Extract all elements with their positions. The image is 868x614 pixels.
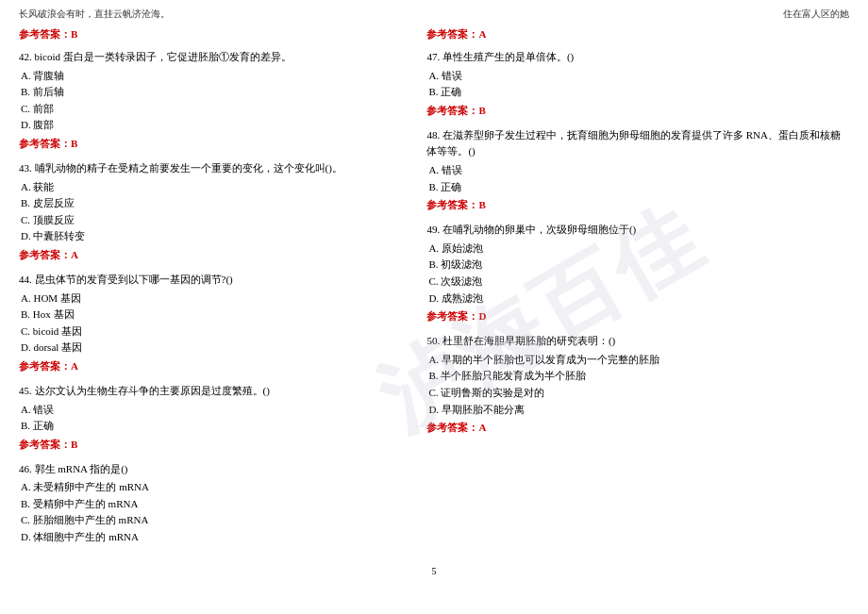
q43-opt-b: B. 皮层反应 xyxy=(21,195,408,212)
page-number: 5 xyxy=(432,566,437,576)
q46-text: 46. 郭生 mRNA 指的是() xyxy=(19,461,408,478)
top-answer-left: 参考答案：B xyxy=(19,25,417,49)
q49-opt-c: C. 次级滤泡 xyxy=(428,274,849,290)
question-44: 44. 昆虫体节的发育受到以下哪一基因的调节?() A. HOM 基因 B. H… xyxy=(19,272,408,373)
q43-opt-c: C. 顶膜反应 xyxy=(21,212,408,229)
q44-opt-c: C. bicoid 基因 xyxy=(21,324,408,340)
header-left: 长风破浪会有时，直挂云帆济沧海。 xyxy=(19,8,170,21)
page: 泸海百佳 长风破浪会有时，直挂云帆济沧海。 住在富人区的她 参考答案：B 参考答… xyxy=(0,0,868,614)
q44-opt-d: D. dorsal 基因 xyxy=(21,340,408,357)
q42-opt-c: C. 前部 xyxy=(21,101,408,118)
q47-opt-b: B. 正确 xyxy=(428,84,849,101)
main-columns: 42. bicoid 蛋白是一类转录因子，它促进胚胎①发育的差异。 A. 背腹轴… xyxy=(19,49,849,556)
q49-opt-b: B. 初级滤泡 xyxy=(428,257,849,274)
q42-text: 42. bicoid 蛋白是一类转录因子，它促进胚胎①发育的差异。 xyxy=(19,49,408,66)
q43-opt-a: A. 获能 xyxy=(21,179,408,196)
page-number-row: 5 xyxy=(19,565,849,576)
q48-text: 48. 在滋养型卵子发生过程中，抚育细胞为卵母细胞的发育提供了许多 RNA、蛋白… xyxy=(426,127,849,160)
q50-opt-c: C. 证明鲁斯的实验是对的 xyxy=(428,385,849,402)
q45-opt-b: B. 正确 xyxy=(21,418,408,435)
q44-text: 44. 昆虫体节的发育受到以下哪一基因的调节?() xyxy=(19,272,408,289)
q48-opt-b: B. 正确 xyxy=(428,179,849,196)
q44-opt-b: B. Hox 基因 xyxy=(21,307,408,324)
q43-text: 43. 哺乳动物的精子在受精之前要发生一个重要的变化，这个变化叫()。 xyxy=(19,160,408,177)
q49-text: 49. 在哺乳动物的卵巢中，次级卵母细胞位于() xyxy=(426,222,849,239)
top-answer-right-text: 参考答案：A xyxy=(426,27,849,41)
question-42: 42. bicoid 蛋白是一类转录因子，它促进胚胎①发育的差异。 A. 背腹轴… xyxy=(19,49,408,151)
q50-opt-a: A. 早期的半个胚胎也可以发育成为一个完整的胚胎 xyxy=(428,352,849,369)
header-right: 住在富人区的她 xyxy=(783,8,849,21)
question-47: 47. 单性生殖产生的是单倍体。() A. 错误 B. 正确 参考答案：B xyxy=(426,49,849,118)
question-45: 45. 达尔文认为生物生存斗争的主要原因是过度繁殖。() A. 错误 B. 正确… xyxy=(19,383,408,452)
q50-opt-d: D. 早期胚胎不能分离 xyxy=(428,402,849,419)
q48-opt-a: A. 错误 xyxy=(428,162,849,179)
q50-opt-b: B. 半个胚胎只能发育成为半个胚胎 xyxy=(428,368,849,385)
question-43: 43. 哺乳动物的精子在受精之前要发生一个重要的变化，这个变化叫()。 A. 获… xyxy=(19,160,408,262)
q42-opt-b: B. 前后轴 xyxy=(21,84,408,101)
q46-opt-c: C. 胚胎细胞中产生的 mRNA xyxy=(21,512,408,529)
left-column: 42. bicoid 蛋白是一类转录因子，它促进胚胎①发育的差异。 A. 背腹轴… xyxy=(19,49,417,556)
question-46: 46. 郭生 mRNA 指的是() A. 未受精卵中产生的 mRNA B. 受精… xyxy=(19,461,408,546)
top-answer-row: 参考答案：B 参考答案：A xyxy=(19,25,849,49)
q42-opt-a: A. 背腹轴 xyxy=(21,68,408,85)
q46-opt-a: A. 未受精卵中产生的 mRNA xyxy=(21,479,408,496)
question-48: 48. 在滋养型卵子发生过程中，抚育细胞为卵母细胞的发育提供了许多 RNA、蛋白… xyxy=(426,127,849,212)
question-49: 49. 在哺乳动物的卵巢中，次级卵母细胞位于() A. 原始滤泡 B. 初级滤泡… xyxy=(426,222,849,324)
q43-opt-d: D. 中囊胚转变 xyxy=(21,228,408,245)
q49-opt-a: A. 原始滤泡 xyxy=(428,241,849,257)
q42-answer: 参考答案：B xyxy=(19,137,408,151)
q45-text: 45. 达尔文认为生物生存斗争的主要原因是过度繁殖。() xyxy=(19,383,408,400)
q47-answer: 参考答案：B xyxy=(426,104,849,118)
q44-opt-a: A. HOM 基因 xyxy=(21,290,408,307)
question-50: 50. 杜里舒在海胆早期胚胎的研究表明：() A. 早期的半个胚胎也可以发育成为… xyxy=(426,333,849,435)
header: 长风破浪会有时，直挂云帆济沧海。 住在富人区的她 xyxy=(19,8,849,21)
q49-answer: 参考答案：D xyxy=(426,309,849,324)
q43-answer: 参考答案：A xyxy=(19,248,408,262)
right-column: 47. 单性生殖产生的是单倍体。() A. 错误 B. 正确 参考答案：B 48… xyxy=(417,49,849,556)
top-answer-left-text: 参考答案：B xyxy=(19,27,408,41)
q48-answer: 参考答案：B xyxy=(426,198,849,212)
q46-opt-d: D. 体细胞中产生的 mRNA xyxy=(21,529,408,546)
q45-opt-a: A. 错误 xyxy=(21,402,408,419)
q50-text: 50. 杜里舒在海胆早期胚胎的研究表明：() xyxy=(426,333,849,350)
q46-opt-b: B. 受精卵中产生的 mRNA xyxy=(21,496,408,513)
q42-opt-d: D. 腹部 xyxy=(21,117,408,134)
q49-opt-d: D. 成熟滤泡 xyxy=(428,290,849,307)
top-answer-right: 参考答案：A xyxy=(417,25,849,49)
q47-opt-a: A. 错误 xyxy=(428,68,849,85)
q44-answer: 参考答案：A xyxy=(19,359,408,373)
q47-text: 47. 单性生殖产生的是单倍体。() xyxy=(426,49,849,66)
q45-answer: 参考答案：B xyxy=(19,438,408,452)
q50-answer: 参考答案：A xyxy=(426,421,849,435)
